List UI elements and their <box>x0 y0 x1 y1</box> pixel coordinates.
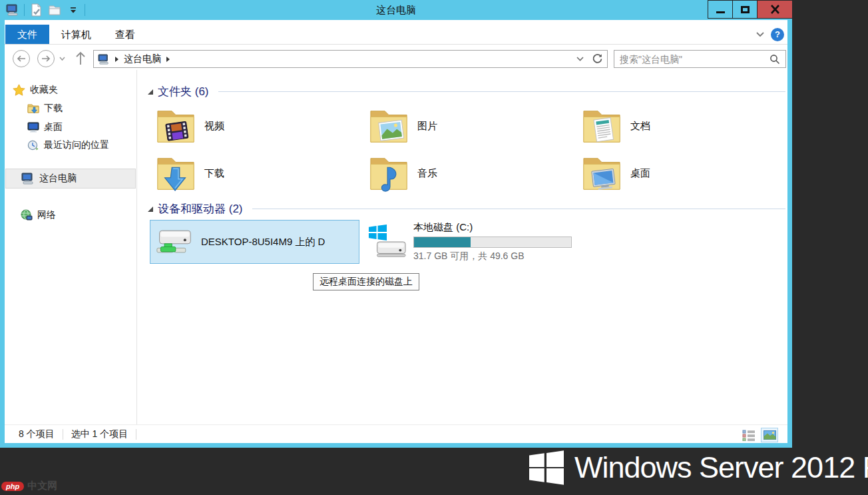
watermark-site-name: 中文网 <box>27 480 57 492</box>
maximize-icon <box>741 6 750 13</box>
navigation-pane <box>5 70 136 424</box>
properties-icon[interactable] <box>29 3 43 17</box>
desktop-folder-icon <box>581 153 622 193</box>
folder-tile-pictures[interactable]: 图片 <box>363 103 570 149</box>
music-folder-icon <box>368 153 409 193</box>
window-controls <box>708 0 793 19</box>
folder-tile-downloads[interactable]: 下载 <box>150 151 357 196</box>
maximize-button[interactable] <box>732 0 757 19</box>
help-icon[interactable]: ? <box>771 28 784 41</box>
up-button[interactable] <box>75 51 86 66</box>
php-logo: php <box>1 482 24 491</box>
breadcrumb-this-pc[interactable]: 这台电脑 <box>124 53 161 65</box>
folder-label: 视频 <box>204 120 224 133</box>
folder-label: 文档 <box>630 120 650 133</box>
forward-button[interactable] <box>37 50 55 67</box>
sidebar-item-desktop[interactable]: 桌面 <box>27 119 63 135</box>
this-pc-icon <box>21 173 35 185</box>
search-input[interactable] <box>620 54 769 65</box>
window-border-right <box>787 20 792 448</box>
os-name: Windows Server 2012 R2 <box>574 450 868 485</box>
sidebar-item-label: 桌面 <box>44 121 63 133</box>
windows-logo-icon <box>529 450 564 485</box>
large-icons-view-button[interactable] <box>761 428 778 442</box>
group-header-devices[interactable]: 设备和驱动器 (2) <box>148 200 785 217</box>
folder-label: 桌面 <box>630 167 650 180</box>
large-icons-view-icon <box>763 430 776 440</box>
drive-tile-local-c[interactable]: 本地磁盘 (C:) 31.7 GB 可用，共 49.6 GB <box>363 220 572 264</box>
group-header-rule <box>218 91 786 92</box>
toolbar-separator <box>85 4 85 16</box>
breadcrumb-separator-icon[interactable] <box>115 57 118 62</box>
sidebar-item-label: 下载 <box>44 103 63 115</box>
watermark: php 中文网 <box>1 480 57 492</box>
sidebar-item-label: 收藏夹 <box>30 84 58 96</box>
toolbar-separator <box>24 4 25 16</box>
view-toggles <box>742 428 778 442</box>
search-icon[interactable] <box>769 54 780 65</box>
minimize-icon <box>716 11 725 13</box>
selected-count: 选中 1 个项目 <box>71 428 128 440</box>
window-border-left <box>0 20 5 448</box>
quick-access-toolbar <box>5 2 85 18</box>
search-box[interactable] <box>614 50 786 68</box>
videos-folder-icon <box>155 106 196 146</box>
new-folder-icon[interactable] <box>47 3 62 17</box>
address-dropdown-chevron-icon[interactable] <box>576 57 584 61</box>
window-title: 这台电脑 <box>0 0 792 20</box>
desktop-icon <box>27 122 39 133</box>
tab-view[interactable]: 查看 <box>103 25 147 44</box>
folder-tile-videos[interactable]: 视频 <box>150 103 357 149</box>
collapse-ribbon-chevron-icon[interactable] <box>756 32 764 37</box>
tab-computer[interactable]: 计算机 <box>49 25 103 44</box>
group-header-label: 设备和驱动器 (2) <box>158 201 243 217</box>
close-button[interactable] <box>757 0 793 19</box>
minimize-button[interactable] <box>708 0 732 19</box>
sidebar-item-network[interactable]: 网络 <box>20 207 56 223</box>
back-button[interactable] <box>13 50 30 67</box>
status-bar: 8 个项目 选中 1 个项目 <box>5 424 787 443</box>
sidebar-item-this-pc[interactable]: 这台电脑 <box>21 171 77 187</box>
sidebar-item-favorites[interactable]: 收藏夹 <box>13 82 58 98</box>
forward-arrow-icon <box>41 55 51 62</box>
this-pc-icon <box>98 54 110 65</box>
folder-label: 图片 <box>417 120 437 133</box>
group-header-folders[interactable]: 文件夹 (6) <box>148 83 785 100</box>
downloads-folder-icon <box>27 103 39 114</box>
ribbon-tabs: 文件 计算机 查看 <box>5 25 147 44</box>
group-header-rule <box>252 209 786 209</box>
drive-info: 本地磁盘 (C:) 31.7 GB 可用，共 49.6 GB <box>413 221 572 262</box>
refresh-icon[interactable] <box>592 53 603 65</box>
recent-locations-dropdown-icon[interactable] <box>59 57 65 61</box>
sidebar-item-label: 网络 <box>37 209 56 221</box>
drive-tile-remote-d[interactable]: DESKTOP-8U5I4M9 上的 D <box>150 220 359 264</box>
sidebar-item-recent-places[interactable]: 最近访问的位置 <box>27 137 109 153</box>
status-separator <box>136 429 136 440</box>
sidebar-item-label: 这台电脑 <box>39 173 77 185</box>
group-header-label: 文件夹 (6) <box>158 84 209 99</box>
window-border-bottom <box>0 443 792 448</box>
drive-capacity-text: 31.7 GB 可用，共 49.6 GB <box>413 250 572 262</box>
collapse-group-icon[interactable] <box>148 89 153 95</box>
sidebar-item-downloads[interactable]: 下载 <box>27 101 63 117</box>
tab-file[interactable]: 文件 <box>5 25 49 44</box>
documents-folder-icon <box>581 106 622 146</box>
drive-label: 本地磁盘 (C:) <box>413 221 572 234</box>
folder-tile-music[interactable]: 音乐 <box>363 151 570 196</box>
windows-drive-icon <box>368 223 407 261</box>
os-branding: Windows Server 2012 R2 <box>529 450 868 485</box>
customize-toolbar-dropdown-icon[interactable] <box>66 3 81 17</box>
folder-tile-documents[interactable]: 文档 <box>576 103 783 149</box>
drive-label: DESKTOP-8U5I4M9 上的 D <box>201 236 325 248</box>
disk-usage-bar <box>413 237 572 248</box>
folder-tile-desktop[interactable]: 桌面 <box>576 151 783 196</box>
favorites-star-icon <box>13 84 25 96</box>
collapse-group-icon[interactable] <box>148 207 153 212</box>
breadcrumb-separator-icon[interactable] <box>166 57 170 62</box>
folder-label: 音乐 <box>417 167 437 180</box>
folder-label: 下载 <box>204 167 224 180</box>
sidebar-item-label: 最近访问的位置 <box>44 139 109 151</box>
address-bar-controls <box>576 53 603 65</box>
details-view-icon[interactable] <box>742 430 756 441</box>
address-bar[interactable]: 这台电脑 <box>93 50 608 68</box>
